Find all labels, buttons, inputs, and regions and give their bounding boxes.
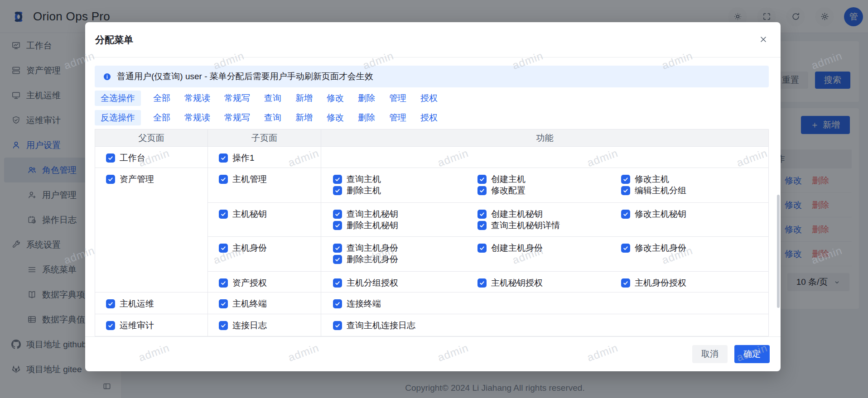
checkbox-checked-icon[interactable]	[219, 175, 228, 184]
bulk-select-chip[interactable]: 全选操作	[95, 91, 141, 106]
checkbox-checked-icon[interactable]	[621, 244, 630, 253]
close-modal-button[interactable]	[758, 34, 769, 45]
functions-cell: 查询主机创建主机修改主机删除主机修改配置编辑主机分组	[321, 168, 768, 202]
confirm-button[interactable]: 确定	[734, 345, 770, 363]
permission-checkbox[interactable]: 查询主机秘钥详情	[477, 220, 560, 231]
function-item: 主机秘钥授权	[477, 277, 621, 288]
modal-scrollbar[interactable]	[777, 195, 780, 308]
permission-checkbox[interactable]: 修改主机身份	[621, 242, 686, 254]
checkbox-checked-icon[interactable]	[219, 244, 228, 253]
checkbox-checked-icon[interactable]	[219, 153, 228, 163]
permission-checkbox[interactable]: 主机运维	[106, 298, 154, 309]
checkbox-checked-icon[interactable]	[219, 321, 228, 330]
checkbox-checked-icon[interactable]	[333, 255, 342, 264]
checkbox-checked-icon[interactable]	[477, 221, 487, 230]
checkbox-checked-icon[interactable]	[106, 299, 115, 308]
permission-checkbox[interactable]: 主机管理	[219, 173, 267, 185]
checkbox-checked-icon[interactable]	[333, 210, 342, 219]
permission-checkbox[interactable]: 创建主机	[477, 173, 526, 185]
permission-checkbox[interactable]: 资产管理	[106, 173, 154, 185]
checkbox-checked-icon[interactable]	[333, 244, 342, 253]
checkbox-checked-icon[interactable]	[477, 210, 487, 219]
permission-checkbox[interactable]: 资产授权	[219, 277, 267, 288]
permission-checkbox[interactable]: 修改配置	[477, 185, 526, 196]
permission-checkbox[interactable]: 修改主机秘钥	[621, 208, 686, 220]
bulk-select-chip[interactable]: 反选操作	[95, 110, 141, 125]
checkbox-checked-icon[interactable]	[333, 221, 342, 230]
filter-link[interactable]: 删除	[358, 112, 375, 124]
function-item: 修改主机身份	[621, 242, 768, 254]
permission-label: 主机终端	[232, 298, 267, 310]
permission-checkbox[interactable]: 删除主机身份	[333, 254, 398, 265]
filter-link[interactable]: 删除	[358, 92, 375, 104]
permission-checkbox[interactable]: 连接终端	[333, 298, 381, 309]
permission-checkbox[interactable]: 查询主机连接日志	[333, 320, 415, 331]
functions-cell: 查询主机连接日志	[321, 314, 768, 336]
permission-checkbox[interactable]: 删除主机秘钥	[333, 220, 398, 231]
filter-link[interactable]: 新增	[295, 112, 313, 124]
filter-link[interactable]: 查询	[264, 92, 281, 104]
filter-link[interactable]: 常规写	[224, 112, 250, 124]
permission-table: 父页面子页面功能 工作台操作1资产管理主机管理查询主机创建主机修改主机删除主机修…	[95, 129, 769, 336]
checkbox-checked-icon[interactable]	[106, 153, 115, 163]
checkbox-checked-icon[interactable]	[333, 186, 342, 195]
permission-label: 工作台	[120, 152, 145, 164]
filter-link[interactable]: 授权	[420, 112, 438, 124]
permission-label: 主机分组授权	[347, 277, 398, 289]
permission-checkbox[interactable]: 主机秘钥授权	[477, 277, 543, 288]
permission-checkbox[interactable]: 连接日志	[219, 320, 267, 331]
checkbox-checked-icon[interactable]	[219, 210, 228, 219]
permission-checkbox[interactable]: 主机身份授权	[621, 277, 686, 288]
checkbox-checked-icon[interactable]	[621, 210, 630, 219]
checkbox-checked-icon[interactable]	[477, 175, 487, 184]
filter-link[interactable]: 常规读	[184, 112, 210, 124]
filter-link[interactable]: 授权	[420, 92, 438, 104]
filter-link[interactable]: 常规写	[224, 92, 250, 104]
permission-checkbox[interactable]: 查询主机身份	[333, 242, 398, 254]
filter-link[interactable]: 修改	[327, 92, 344, 104]
checkbox-checked-icon[interactable]	[333, 278, 342, 288]
filter-link[interactable]: 全部	[153, 112, 170, 124]
checkbox-checked-icon[interactable]	[621, 278, 630, 288]
function-item: 主机身份授权	[621, 277, 768, 288]
permission-checkbox[interactable]: 工作台	[106, 152, 145, 163]
permission-checkbox[interactable]: 操作1	[219, 152, 255, 163]
filter-link[interactable]: 新增	[295, 92, 313, 104]
cancel-button[interactable]: 取消	[692, 345, 728, 363]
checkbox-checked-icon[interactable]	[477, 186, 487, 195]
permission-checkbox[interactable]: 创建主机身份	[477, 242, 543, 254]
checkbox-checked-icon[interactable]	[621, 175, 630, 184]
filter-link[interactable]: 管理	[389, 112, 406, 124]
checkbox-checked-icon[interactable]	[333, 321, 342, 330]
permission-checkbox[interactable]: 编辑主机分组	[621, 185, 686, 196]
function-item: 修改主机	[621, 173, 768, 185]
checkbox-checked-icon[interactable]	[106, 175, 115, 184]
checkbox-checked-icon[interactable]	[621, 186, 630, 195]
permission-checkbox[interactable]: 修改主机	[621, 173, 669, 185]
permission-checkbox[interactable]: 查询主机	[333, 173, 381, 185]
permission-label: 查询主机身份	[347, 242, 398, 254]
filter-link[interactable]: 常规读	[184, 92, 210, 104]
permission-checkbox[interactable]: 主机分组授权	[333, 277, 398, 288]
permission-checkbox[interactable]: 主机终端	[219, 298, 267, 309]
checkbox-checked-icon[interactable]	[477, 278, 487, 288]
checkbox-checked-icon[interactable]	[219, 299, 228, 308]
permission-checkbox[interactable]: 创建主机秘钥	[477, 208, 543, 220]
checkbox-checked-icon[interactable]	[106, 321, 115, 330]
filter-link[interactable]: 修改	[327, 112, 344, 124]
checkbox-checked-icon[interactable]	[477, 244, 487, 253]
parent-page-cell: 工作台	[95, 147, 208, 168]
checkbox-checked-icon[interactable]	[219, 278, 228, 288]
permission-checkbox[interactable]: 运维审计	[106, 320, 154, 331]
filter-link[interactable]: 查询	[264, 112, 281, 124]
function-item: 连接终端	[333, 298, 477, 309]
permission-checkbox[interactable]: 查询主机秘钥	[333, 208, 398, 220]
checkbox-checked-icon[interactable]	[333, 175, 342, 184]
filter-link[interactable]: 全部	[153, 92, 170, 104]
filter-link[interactable]: 管理	[389, 92, 406, 104]
permission-checkbox[interactable]: 主机身份	[219, 242, 267, 254]
checkbox-checked-icon[interactable]	[333, 299, 342, 308]
functions-cell	[321, 147, 768, 168]
permission-checkbox[interactable]: 主机秘钥	[219, 208, 267, 220]
permission-checkbox[interactable]: 删除主机	[333, 185, 381, 196]
